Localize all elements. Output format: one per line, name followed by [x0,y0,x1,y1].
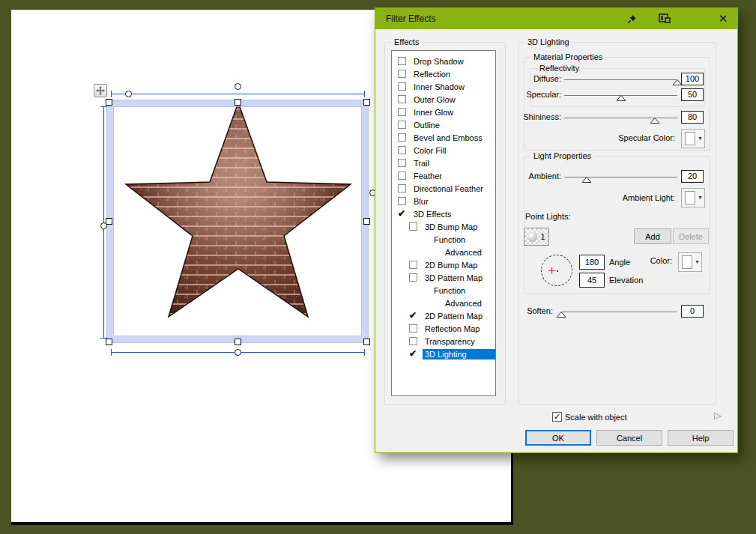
effects-group: Effects Drop Shadow Reflection Inner Sha… [384,42,506,405]
specular-color-dropdown[interactable]: ▼ [681,129,705,148]
effect-row[interactable]: 3D Pattern Map [398,271,495,284]
effect-checkbox[interactable] [398,57,406,65]
dial-center-dot [557,270,558,272]
effect-row[interactable]: Inner Shadow [398,80,495,93]
elevation-input[interactable]: 45 [579,273,605,288]
effect-row[interactable]: Outline [398,118,495,131]
effect-row[interactable]: ✔ 3D Lighting [398,348,495,360]
effect-row[interactable]: Function [398,233,495,246]
resize-handle-nw[interactable] [106,99,112,106]
effect-row[interactable]: Feather [398,169,495,182]
diffuse-value[interactable]: 100 [681,73,704,85]
specular-value[interactable]: 50 [681,88,704,101]
effect-checkbox[interactable] [398,197,406,205]
adjust-handle-top-line[interactable] [125,91,132,97]
pin-dialog-button[interactable] [624,12,639,25]
effect-label: Feather [411,171,444,181]
point-light-1-button[interactable]: 1 [524,228,549,246]
effect-row[interactable]: ✔ 3D Effects [398,207,495,220]
resize-handle-s[interactable] [235,339,241,345]
shininess-value[interactable]: 80 [681,111,704,124]
effect-row[interactable]: Inner Glow [398,106,495,118]
effect-checkbox[interactable] [398,172,406,180]
angle-input[interactable]: 180 [579,255,605,270]
effect-row[interactable]: Drop Shadow [398,55,495,67]
diffuse-slider[interactable] [564,79,677,80]
specular-slider[interactable] [564,95,677,96]
effects-listbox[interactable]: Drop Shadow Reflection Inner Shadow Oute… [391,50,496,396]
effect-row[interactable]: Bevel and Emboss [398,131,495,144]
adjust-handle-left-line[interactable] [100,222,107,229]
shininess-slider-thumb[interactable] [650,116,659,125]
move-object-button[interactable] [94,84,107,97]
resize-handle-e[interactable] [363,218,370,225]
effect-checkbox[interactable] [398,133,406,142]
ambient-slider[interactable] [564,177,677,178]
resize-handle-ne[interactable] [363,99,370,106]
light-direction-dial[interactable] [541,255,572,286]
effect-row[interactable]: Advanced [398,246,495,258]
rotate-handle-top[interactable] [235,83,241,90]
effect-row[interactable]: ✔ 2D Pattern Map [398,309,495,322]
effect-checkbox[interactable] [409,337,417,345]
effect-checkbox[interactable] [398,159,406,167]
delete-light-button[interactable]: Delete [673,228,709,244]
effect-checkbox[interactable] [398,95,406,103]
resize-handle-n[interactable] [235,99,241,106]
dock-panel-button[interactable] [657,12,672,25]
ambient-value[interactable]: 20 [681,170,704,183]
ambient-light-dropdown[interactable]: ▼ [681,188,705,207]
effect-checkbox[interactable] [398,70,406,78]
effect-checkbox[interactable]: ✔ [409,350,417,358]
effect-label: Advanced [443,298,484,309]
effect-row[interactable]: Advanced [398,297,495,309]
effect-label: 2D Pattern Map [423,311,485,321]
effect-checkbox[interactable]: ✔ [409,312,417,320]
selection-frame[interactable] [107,100,368,342]
effect-row[interactable]: Transparency [398,335,495,348]
light-color-dropdown[interactable]: ▼ [678,252,702,272]
effect-checkbox[interactable] [398,121,406,129]
effect-row[interactable]: Reflection [398,67,495,80]
close-icon: ✕ [719,12,728,25]
chevron-down-icon: ▼ [698,195,703,200]
soften-slider[interactable] [561,312,677,312]
close-dialog-button[interactable]: ✕ [716,12,731,25]
effect-row[interactable]: Color Fill [398,144,495,157]
flyout-arrow-icon[interactable]: ▷ [714,410,722,421]
effect-row[interactable]: 2D Bump Map [398,258,495,271]
effect-label: Outline [411,120,442,130]
effect-checkbox[interactable] [398,184,406,192]
effect-row[interactable]: Trail [398,157,495,169]
effect-checkbox[interactable]: ✔ [398,210,406,218]
dialog-titlebar[interactable]: Filter Effects ✕ [375,8,737,29]
shininess-slider[interactable] [564,118,677,118]
ambient-slider-thumb[interactable] [582,175,592,184]
effect-row[interactable]: Blur [398,195,495,207]
ok-button[interactable]: OK [525,430,591,446]
scale-with-object-checkbox[interactable]: ✓ [552,412,562,422]
effect-checkbox[interactable] [398,146,406,154]
adjust-handle-bottom-line[interactable] [235,349,241,356]
effect-row[interactable]: Function [398,284,495,297]
effect-row[interactable]: Directional Feather [398,182,495,195]
light-position-marker [551,267,552,274]
specular-slider-thumb[interactable] [616,94,626,103]
help-button[interactable]: Help [668,430,734,446]
cancel-button[interactable]: Cancel [596,430,662,446]
add-light-button[interactable]: Add [634,228,671,244]
effect-checkbox[interactable] [398,108,406,116]
effect-checkbox[interactable] [409,324,417,333]
resize-handle-se[interactable] [363,339,370,345]
effect-checkbox[interactable] [409,261,417,269]
effect-checkbox[interactable] [398,82,406,91]
soften-slider-thumb[interactable] [557,310,566,319]
resize-handle-sw[interactable] [106,339,112,345]
light-color-label: Color: [608,256,672,265]
effect-checkbox[interactable] [409,222,417,231]
soften-value[interactable]: 0 [681,305,704,318]
effect-row[interactable]: 3D Bump Map [398,220,495,233]
effect-checkbox[interactable] [409,273,417,282]
effect-row[interactable]: Outer Glow [398,93,495,106]
effect-row[interactable]: Reflection Map [398,322,495,335]
